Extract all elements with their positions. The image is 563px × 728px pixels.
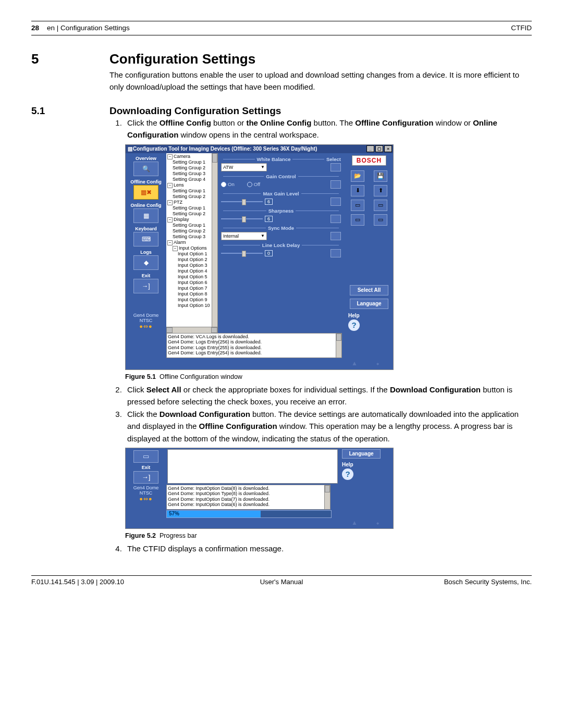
upload-config-button[interactable]: ⬆ <box>374 185 387 196</box>
progress-bar: 57% <box>166 510 332 518</box>
tool-button-c[interactable]: ▭ <box>351 214 364 226</box>
status-icon-a: ▲ <box>351 360 358 367</box>
status-bar: ▲ ⬥ <box>126 358 393 369</box>
download-btn[interactable] <box>331 180 341 189</box>
section-number: 5 <box>31 51 109 67</box>
nav-overview-label: Overview <box>136 156 156 161</box>
footer-center: User's Manual <box>198 578 365 586</box>
gain-off-radio[interactable] <box>247 182 252 187</box>
settings-panel: White BalanceSelect ATW Gain Control OnO… <box>218 153 345 333</box>
step-3: Click the Download Configuration button.… <box>124 408 532 445</box>
magnifier-icon: 🔍 <box>142 165 150 172</box>
figure-5-1: ▧ Configuration Tool for Imaging Devices… <box>125 144 394 370</box>
log-scrollbar[interactable] <box>324 485 330 509</box>
log-scrollbar[interactable] <box>336 334 341 357</box>
window-titlebar: ▧ Configuration Tool for Imaging Devices… <box>126 145 393 153</box>
select-all-button[interactable]: Select All <box>350 285 388 295</box>
breadcrumb: en | Configuration Settings <box>47 24 511 32</box>
page-number: 28 <box>31 24 47 32</box>
step-4: The CTFID displays a confirmation messag… <box>124 542 532 554</box>
nav-offline-button[interactable]: ▦✖ <box>133 185 158 200</box>
help-icon[interactable]: ? <box>348 319 360 331</box>
nav-exit-label: Exit <box>142 273 151 278</box>
open-button[interactable]: 📂 <box>351 170 364 182</box>
sync-mode-select[interactable]: Internal <box>221 232 267 240</box>
figure-5-2-caption: Figure 5.2 Progress bar <box>125 532 532 539</box>
nav-online-button[interactable]: ▦ <box>133 208 158 223</box>
step-1: Click the Offline Config button or the O… <box>124 117 532 141</box>
status-icon-a: ▲ <box>351 519 358 526</box>
close-icon[interactable]: × <box>384 145 392 152</box>
doc-code: CTFID <box>511 24 532 32</box>
nav-overview-button[interactable]: 🔍 <box>133 162 158 176</box>
sharpness-slider[interactable] <box>221 217 263 221</box>
left-nav: Overview 🔍 Offline Config ▦✖ Online Conf… <box>126 153 166 333</box>
download-btn[interactable] <box>331 163 341 171</box>
download-btn[interactable] <box>331 198 341 206</box>
language-button[interactable]: Language <box>350 299 388 309</box>
log-panel[interactable]: Gen4 Dome: InputOption Data(8) is downlo… <box>166 485 331 510</box>
subsection-title: Downloading Configuration Settings <box>109 105 281 117</box>
figure-5-1-caption: Figure 5.1 Offline Configuration window <box>125 373 532 380</box>
log-panel[interactable]: Gen4 Dome: VCA Logs is downloaded. Gen4 … <box>166 333 342 358</box>
figure-5-2: ▭ Exit →] Language Help ? Gen4 Dome NTSC… <box>125 448 394 529</box>
exit-icon: →] <box>142 282 150 290</box>
tree-hscrollbar[interactable] <box>166 327 217 333</box>
tool-button-d[interactable]: ▭ <box>374 214 387 226</box>
max-gain-slider[interactable] <box>221 200 263 204</box>
config-online-icon: ▦ <box>143 212 149 219</box>
subsection-number: 5.1 <box>31 105 109 117</box>
footer-right: Bosch Security Systems, Inc. <box>365 578 532 586</box>
device-info: Gen4 Dome NTSC ●⇔● <box>126 485 166 518</box>
settings-tree[interactable]: −Camera Setting Group 1 Setting Group 2 … <box>166 153 218 333</box>
nav-keyboard-label: Keyboard <box>135 226 157 231</box>
section-title: Configuration Settings <box>109 51 255 67</box>
language-button[interactable]: Language <box>342 449 381 459</box>
footer-left: F.01U.141.545 | 3.09 | 2009.10 <box>31 578 198 586</box>
tool-button-a[interactable]: ▭ <box>351 200 364 211</box>
logs-icon: ◆ <box>144 259 149 266</box>
connection-dots-icon: ●⇔● <box>126 496 166 502</box>
device-info: Gen4 Dome NTSC ●⇔● <box>133 313 159 333</box>
right-toolbar: BOSCH 📂💾 ⬇⬆ ▭▭ ▭▭ Select All Language He… <box>345 153 393 333</box>
nav-keyboard-button[interactable]: ⌨ <box>133 232 158 246</box>
app-icon: ▧ <box>127 145 133 153</box>
section-intro: The configuration buttons enable the use… <box>109 69 532 93</box>
maximize-icon[interactable]: ▢ <box>375 145 383 152</box>
window-title: Configuration Tool for Imaging Devices (… <box>133 145 365 153</box>
config-icon: ▦✖ <box>141 189 152 196</box>
download-btn[interactable] <box>331 232 341 240</box>
download-btn[interactable] <box>331 249 341 257</box>
bosch-logo: BOSCH <box>352 155 386 166</box>
nav-exit-button[interactable]: →] <box>133 471 158 484</box>
download-btn[interactable] <box>331 215 341 223</box>
status-icon-b: ⬥ <box>376 519 380 526</box>
nav-button-top[interactable]: ▭ <box>133 450 158 463</box>
nav-offline-label: Offline Config <box>130 179 162 184</box>
nav-logs-label: Logs <box>140 250 152 255</box>
step-2: Click Select All or check the appropriat… <box>124 384 532 408</box>
white-balance-select[interactable]: ATW <box>221 163 267 171</box>
tree-scrollbar[interactable] <box>212 153 217 327</box>
help-label: Help <box>342 462 390 467</box>
tool-button-b[interactable]: ▭ <box>374 200 387 211</box>
line-lock-slider[interactable] <box>221 251 263 255</box>
nav-online-label: Online Config <box>131 203 162 208</box>
preview-box <box>167 449 338 484</box>
minimize-icon[interactable]: _ <box>366 145 374 152</box>
left-nav: ▭ Exit →] <box>126 448 166 485</box>
connection-dots-icon: ●⇔● <box>133 323 159 330</box>
nav-exit-button[interactable]: →] <box>133 279 158 293</box>
save-button[interactable]: 💾 <box>374 170 387 182</box>
status-bar: ▲ ⬥ <box>126 518 393 528</box>
nav-logs-button[interactable]: ◆ <box>133 255 158 270</box>
page-header: 28 en | Configuration Settings CTFID <box>31 23 532 35</box>
help-label: Help <box>348 313 360 318</box>
page-footer: F.01U.141.545 | 3.09 | 2009.10 User's Ma… <box>31 576 532 586</box>
help-icon[interactable]: ? <box>342 468 353 480</box>
status-icon-b: ⬥ <box>376 360 380 367</box>
gain-on-radio[interactable] <box>221 182 226 187</box>
download-config-button[interactable]: ⬇ <box>351 185 364 196</box>
keyboard-icon: ⌨ <box>142 236 151 243</box>
